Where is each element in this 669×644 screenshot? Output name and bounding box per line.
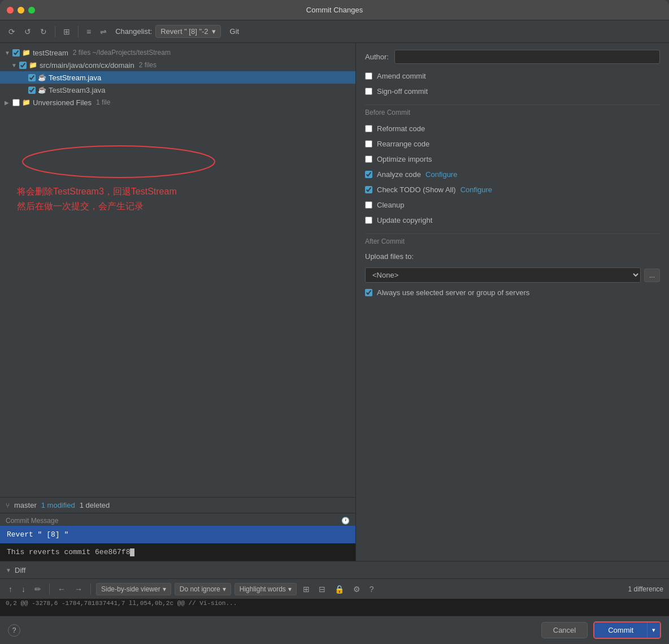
changelist-dropdown[interactable]: Revert " [8] "-2 ▾ [155,25,220,38]
tree-label-unversioned: Unversioned Files [33,98,92,107]
left-panel: ▼ 📁 testStream 2 files ~/IdeaProjects/te… [0,43,356,561]
java-icon-teststream3: ☕ [38,86,46,94]
viewer-arrow-icon: ▾ [163,585,166,593]
diff-help-icon[interactable]: ? [367,583,377,595]
tree-item-teststream-root[interactable]: ▼ 📁 testStream 2 files ~/IdeaProjects/te… [0,46,355,59]
upload-select[interactable]: <None> [365,267,641,283]
reformat-code-checkbox[interactable] [365,125,372,132]
status-bar: ⑂ master 1 modified 1 deleted [0,497,355,513]
diff-sep-1 [49,584,50,595]
diff-line: 0,2 @@ -3278,6 -1784,781837441,7 ll,054,… [0,599,669,608]
cleanup-checkbox[interactable] [365,201,372,209]
tree-item-teststream3-java[interactable]: ☕ TestStream3.java [0,84,355,96]
maximize-button[interactable] [28,7,35,14]
reformat-code-row: Reformat code [365,123,660,134]
commit-line-1[interactable]: Revert " [8] " [0,526,355,543]
tree-meta-unversioned: 1 file [96,98,110,106]
checkbox-src[interactable] [19,62,27,69]
checkbox-teststream[interactable] [28,74,36,81]
tree-label-teststream: TestStream.java [49,74,101,82]
optimize-imports-checkbox[interactable] [365,155,372,163]
undo-icon[interactable]: ↺ [21,25,34,38]
diff-down-icon[interactable]: ↓ [19,583,28,595]
separator-1 [55,26,55,37]
rearrange-code-checkbox[interactable] [365,140,372,148]
author-row: Author: [365,50,660,64]
collapse-icon[interactable]: ⇌ [97,25,110,38]
analyze-configure-link[interactable]: Configure [425,170,457,179]
upload-label-row: Upload files to: [365,252,660,261]
checkbox-teststream3[interactable] [28,87,36,94]
highlight-button[interactable]: Highlight words ▾ [234,583,297,595]
sign-off-checkbox[interactable] [365,88,372,95]
expand-icon[interactable]: ≡ [84,25,94,38]
sign-off-row: Sign-off commit [365,86,660,97]
cleanup-row: Cleanup [365,200,660,210]
tree-label-src: src/main/java/com/cx/domain [40,61,134,70]
traffic-lights [7,7,35,14]
diff-label: Diff [15,566,25,574]
diff-expand-arrow: ▼ [6,567,11,573]
diff-sep-2 [90,584,91,595]
diff-back-icon[interactable]: ← [55,583,68,595]
diff-edit-icon[interactable]: ✏ [32,583,44,595]
diff-lock-icon[interactable]: 🔒 [332,583,347,595]
cancel-button[interactable]: Cancel [541,622,588,638]
checkbox-root[interactable] [12,49,20,57]
diff-header: ▼ Diff [0,561,669,578]
analyze-code-checkbox[interactable] [365,171,372,178]
help-button[interactable]: ? [8,624,20,637]
ignore-label: Do not ignore [180,585,220,593]
reformat-code-label: Reformat code [377,124,425,133]
branch-name: master [14,501,37,509]
diff-align-icon[interactable]: ⊞ [300,583,312,595]
sign-off-label: Sign-off commit [377,87,428,96]
changelist-value: Revert " [8] "-2 [160,27,208,36]
commit-message-label: Commit Message [6,517,58,525]
group-icon[interactable]: ⊞ [60,25,73,38]
optimize-imports-row: Optimize imports [365,154,660,165]
update-copyright-label: Update copyright [377,216,432,224]
always-use-label: Always use selected server or group of s… [377,288,529,297]
checkbox-unversioned[interactable] [12,99,20,106]
commit-arrow-button[interactable]: ▾ [647,623,660,638]
branch-icon: ⑂ [6,502,10,509]
amend-commit-checkbox[interactable] [365,72,372,80]
refresh-icon[interactable]: ↻ [37,25,50,38]
main-window: Commit Changes ⟳ ↺ ↻ ⊞ ≡ ⇌ Changelist: R… [0,0,669,644]
author-input[interactable] [394,50,660,64]
update-copyright-checkbox[interactable] [365,217,372,224]
diff-settings-icon[interactable]: ⚙ [350,583,363,595]
expand-arrow-root: ▼ [5,50,10,56]
main-content: ▼ 📁 testStream 2 files ~/IdeaProjects/te… [0,43,669,561]
check-todo-checkbox[interactable] [365,186,372,193]
upload-browse-button[interactable]: ... [644,269,660,282]
annotation-area: 将会删除TestStream3，回退TestStream 然后在做一次提交，会产… [0,173,355,497]
highlight-label: Highlight words [240,585,286,593]
diff-up-icon[interactable]: ↑ [6,583,15,595]
changelist-arrow-icon: ▾ [212,27,216,36]
check-todo-configure-link[interactable]: Configure [461,185,492,194]
cursor [130,548,134,556]
sync-icon[interactable]: ⟳ [6,25,18,38]
folder-icon-root: 📁 [22,49,31,57]
tree-label-root: testStream [33,49,68,57]
diff-forward-icon[interactable]: → [72,583,85,595]
diff-columns-icon[interactable]: ⊟ [316,583,328,595]
cleanup-label: Cleanup [377,201,404,209]
author-label: Author: [365,53,389,61]
tree-item-unversioned[interactable]: ▶ 📁 Unversioned Files 1 file [0,96,355,109]
always-use-checkbox[interactable] [365,289,372,296]
minimize-button[interactable] [18,7,24,14]
side-by-side-viewer-button[interactable]: Side-by-side viewer ▾ [96,583,171,595]
close-button[interactable] [7,7,14,14]
ignore-button[interactable]: Do not ignore ▾ [175,583,231,595]
commit-message-text[interactable]: This reverts commit 6ee867f8 [0,543,355,561]
upload-row: <None> ... [365,267,660,283]
tree-item-src-folder[interactable]: ▼ 📁 src/main/java/com/cx/domain 2 files [0,59,355,71]
git-label: Git [230,27,240,36]
tree-item-teststream-java[interactable]: ☕ TestStream.java [0,71,355,84]
update-copyright-row: Update copyright [365,215,660,226]
commit-button[interactable]: Commit [594,623,647,638]
diff-count: 1 difference [628,585,664,593]
